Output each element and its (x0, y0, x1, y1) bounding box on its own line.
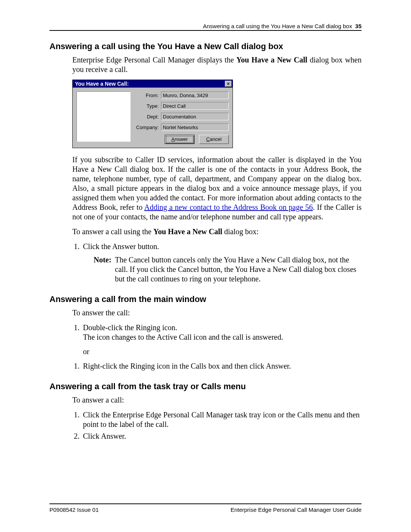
or-separator: or (83, 347, 362, 356)
from-value: Munro, Donna, 3429 (161, 91, 229, 99)
note-label: Note: (94, 255, 115, 284)
cancel-button[interactable]: Cancel (199, 135, 229, 144)
footer-left: P0908542 Issue 01 (49, 506, 99, 513)
dialog-title: You Have a New Call: (75, 81, 129, 87)
running-title: Answering a call using the You Have a Ne… (203, 23, 352, 29)
list-item: Click the Answer button. Note: The Cance… (81, 242, 362, 284)
dialog-titlebar: You Have a New Call: × (73, 80, 233, 88)
text-bold: Answer (266, 362, 289, 370)
text-fragment: Click the Enterprise Edge Personal Call … (83, 411, 297, 419)
text-bold: You Have a New Call (236, 56, 307, 64)
list-item: Click the Enterprise Edge Personal Call … (81, 410, 362, 429)
section2-steps-b: Right-click the Ringing icon in the Call… (72, 361, 362, 371)
company-value: Nortel Networks (161, 123, 229, 131)
field-from: From: Munro, Donna, 3429 (134, 91, 229, 99)
from-label: From: (134, 93, 159, 98)
list-item: Right-click the Ringing icon in the Call… (81, 361, 362, 371)
type-label: Type: (134, 103, 159, 109)
page-footer: P0908542 Issue 01 Enterprise Edge Person… (49, 503, 362, 513)
caller-photo-placeholder (76, 91, 131, 142)
section2-steps-a: Double-click the Ringing icon. The icon … (72, 323, 362, 342)
section-heading-3: Answering a call from the task tray or C… (49, 382, 362, 391)
footer-right: Enterprise Edge Personal Call Manager Us… (231, 506, 362, 513)
list-item: Click Answer. (81, 431, 362, 441)
text-fragment: Click (83, 432, 101, 440)
text-fragment: To answer a call using the (72, 227, 153, 236)
text-fragment: . (289, 362, 291, 370)
field-type: Type: Direct Call (134, 102, 229, 110)
section2-intro: To answer the call: (72, 308, 362, 318)
text-fragment: dialog box: (222, 227, 259, 236)
text-fragment: Click the (83, 242, 112, 251)
type-value: Direct Call (161, 102, 229, 110)
section1-steps: Click the Answer button. Note: The Cance… (72, 242, 362, 284)
section1-para2: If you subscribe to Caller ID services, … (72, 155, 362, 222)
note-text: The Cancel button cancels only the You H… (115, 255, 362, 284)
section1-para3: To answer a call using the You Have a Ne… (72, 227, 362, 236)
running-header: Answering a call using the You Have a Ne… (49, 23, 362, 31)
new-call-dialog: You Have a New Call: × From: Munro, Donn… (72, 80, 233, 148)
cancel-button-rest: ancel (210, 136, 221, 142)
section-heading-1: Answering a call using the You Have a Ne… (49, 42, 362, 51)
list-item: Double-click the Ringing icon. The icon … (81, 323, 362, 342)
company-label: Company: (134, 125, 159, 130)
answer-button-rest: nswer (175, 136, 188, 142)
section-heading-2: Answering a call from the main window (49, 294, 362, 304)
text-fragment: Enterprise Edge Personal Call Manager di… (72, 56, 236, 64)
page-number: 35 (355, 23, 362, 29)
section3-steps: Click the Enterprise Edge Personal Call … (72, 410, 362, 441)
close-icon[interactable]: × (225, 81, 232, 87)
text-fragment: button. (136, 242, 159, 251)
text-fragment: Double-click the Ringing icon. (83, 323, 177, 332)
dept-value: Documentation (161, 113, 229, 120)
text-fragment: The icon changes to the Active Call icon… (83, 333, 283, 341)
text-bold: Calls (297, 411, 313, 419)
note-block: Note: The Cancel button cancels only the… (94, 255, 362, 284)
text-bold: Answer (112, 242, 136, 251)
xref-adding-contact[interactable]: Adding a new contact to the Address Book… (144, 203, 313, 211)
field-company: Company: Nortel Networks (134, 123, 229, 131)
text-fragment: . (124, 432, 126, 440)
text-bold: You Have a New Call (153, 227, 222, 236)
text-fragment: Right-click the Ringing icon in the Call… (83, 362, 266, 370)
section1-intro: Enterprise Edge Personal Call Manager di… (72, 55, 362, 74)
section3-intro: To answer a call: (72, 395, 362, 405)
text-bold: Answer (101, 432, 124, 440)
field-dept: Dept: Documentation (134, 113, 229, 120)
dept-label: Dept: (134, 114, 159, 120)
answer-button[interactable]: Answer (165, 135, 194, 144)
